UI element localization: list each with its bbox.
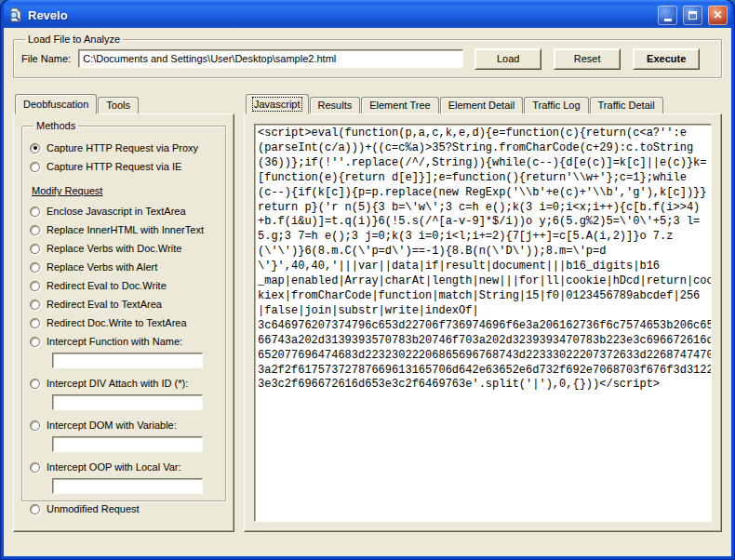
- radio-icon: [30, 504, 40, 514]
- radio-icon: [30, 143, 40, 153]
- load-file-group: Load File to Analyze File Name: Load Res…: [13, 33, 722, 78]
- tab-element-tree[interactable]: Element Tree: [361, 97, 438, 113]
- radio-enclose-javascript-in-textarea[interactable]: Enclose Javascript in TextArea: [30, 202, 225, 220]
- tab-label: Results: [318, 100, 353, 111]
- radio-intercept-div-attach-with-id[interactable]: Intercept DIV Attach with ID (*):: [30, 374, 225, 393]
- left-tabs: DeobfuscationTools: [13, 93, 234, 113]
- modify-request-label: Modify Request: [32, 185, 225, 196]
- right-tab-control: JavascriptResultsElement TreeElement Det…: [244, 93, 722, 532]
- reset-button[interactable]: Reset: [554, 48, 621, 70]
- load-button[interactable]: Load: [474, 48, 541, 70]
- radio-label: Replace InnerHTML with InnerText: [47, 224, 204, 235]
- maximize-icon: [688, 11, 697, 20]
- input-intercept-div-attach-with-id[interactable]: [52, 394, 203, 410]
- javascript-panel: <script>eval(function(p,a,c,k,e,d){e=fun…: [244, 113, 722, 532]
- radio-icon: [30, 281, 40, 291]
- deobfuscation-panel: Methods Capture HTTP Request via ProxyCa…: [13, 113, 234, 532]
- radio-intercept-oop-with-local-var[interactable]: Intercept OOP with Local Var:: [30, 458, 225, 476]
- tab-traffic-detail[interactable]: Traffic Detail: [590, 97, 663, 113]
- tab-label: Traffic Log: [532, 100, 580, 111]
- right-tabs: JavascriptResultsElement TreeElement Det…: [244, 93, 722, 113]
- tab-tools[interactable]: Tools: [98, 97, 139, 113]
- capture-options: Capture HTTP Request via ProxyCapture HT…: [30, 139, 225, 176]
- radio-redirect-eval-to-doc-write[interactable]: Redirect Eval to Doc.Write: [30, 276, 225, 295]
- window-title: Revelo: [28, 8, 652, 22]
- radio-replace-verbs-with-doc-write[interactable]: Replace Verbs with Doc.Write: [30, 239, 225, 258]
- radio-label: Redirect Eval to TextArea: [47, 299, 162, 310]
- radio-replace-innerhtml-with-innertext[interactable]: Replace InnerHTML with InnerText: [30, 220, 225, 239]
- tab-deobfuscation[interactable]: Deobfuscation: [15, 94, 97, 114]
- radio-label: Redirect Doc.Write to TextArea: [47, 317, 187, 328]
- radio-icon: [30, 244, 40, 254]
- tab-element-detail[interactable]: Element Detail: [440, 97, 524, 113]
- radio-capture-http-request-via-ie[interactable]: Capture HTTP Request via IE: [30, 157, 225, 176]
- tab-results[interactable]: Results: [310, 97, 361, 113]
- radio-replace-verbs-with-alert[interactable]: Replace Verbs with Alert: [30, 258, 225, 276]
- app-window: Revelo ✕ Load File to Analyze File Name:…: [0, 0, 735, 560]
- radio-icon: [30, 337, 40, 347]
- radio-label: Capture HTTP Request via Proxy: [47, 142, 198, 153]
- radio-icon: [30, 207, 40, 217]
- radio-label: Intercept DIV Attach with ID (*):: [47, 378, 188, 389]
- input-intercept-dom-with-variable[interactable]: [52, 436, 203, 452]
- radio-redirect-doc-write-to-textarea[interactable]: Redirect Doc.Write to TextArea: [30, 313, 225, 332]
- radio-intercept-function-with-name[interactable]: Intercept Function with Name:: [30, 332, 225, 351]
- minimize-icon: [664, 19, 672, 21]
- input-intercept-oop-with-local-var[interactable]: [52, 478, 203, 494]
- left-tab-control: DeobfuscationTools Methods Capture HTTP …: [13, 93, 234, 532]
- execute-button[interactable]: Execute: [633, 48, 700, 70]
- radio-unmodified-request[interactable]: Unmodified Request: [30, 500, 225, 518]
- radio-icon: [30, 420, 40, 431]
- methods-group: Methods Capture HTTP Request via ProxyCa…: [21, 120, 226, 501]
- tab-label: Deobfuscation: [23, 99, 88, 110]
- radio-label: Unmodified Request: [47, 503, 140, 514]
- radio-label: Redirect Eval to Doc.Write: [47, 280, 167, 291]
- tab-label: Element Detail: [448, 100, 515, 111]
- tab-label: Tools: [106, 100, 130, 111]
- tab-label: Traffic Detail: [598, 100, 655, 111]
- code-container: <script>eval(function(p,a,c,k,e,d){e=fun…: [254, 124, 712, 522]
- radio-icon: [30, 300, 40, 310]
- close-icon: ✕: [713, 9, 722, 20]
- title-bar[interactable]: Revelo ✕: [4, 0, 731, 28]
- close-button[interactable]: ✕: [708, 6, 728, 25]
- app-icon: [7, 7, 23, 23]
- minimize-button[interactable]: [658, 6, 677, 25]
- radio-label: Enclose Javascript in TextArea: [47, 206, 186, 217]
- radio-icon: [30, 162, 40, 172]
- file-name-label: File Name:: [21, 53, 71, 64]
- file-name-input[interactable]: [78, 49, 463, 68]
- radio-label: Replace Verbs with Alert: [47, 261, 157, 273]
- maximize-button[interactable]: [683, 6, 702, 25]
- radio-redirect-eval-to-textarea[interactable]: Redirect Eval to TextArea: [30, 295, 225, 313]
- input-intercept-function-with-name[interactable]: [52, 353, 203, 368]
- javascript-code-textarea[interactable]: <script>eval(function(p,a,c,k,e,d){e=fun…: [254, 124, 712, 522]
- radio-label: Capture HTTP Request via IE: [47, 161, 181, 172]
- load-file-group-label: Load File to Analyze: [25, 33, 123, 45]
- intercept-options: Intercept Function with Name:Intercept D…: [30, 332, 225, 494]
- radio-icon: [30, 379, 40, 389]
- radio-icon: [30, 318, 40, 328]
- tab-label: Javascript: [254, 99, 301, 110]
- radio-capture-http-request-via-proxy[interactable]: Capture HTTP Request via Proxy: [30, 139, 225, 157]
- tab-javascript[interactable]: Javascript: [246, 94, 309, 114]
- radio-icon: [30, 462, 40, 473]
- client-area: Load File to Analyze File Name: Load Res…: [4, 28, 731, 556]
- radio-label: Intercept Function with Name:: [47, 336, 182, 347]
- methods-group-label: Methods: [33, 120, 78, 131]
- unmodified-option: Unmodified Request: [30, 500, 225, 518]
- tab-traffic-log[interactable]: Traffic Log: [524, 97, 588, 113]
- radio-intercept-dom-with-variable[interactable]: Intercept DOM with Variable:: [30, 416, 225, 434]
- radio-icon: [30, 262, 40, 273]
- radio-icon: [30, 225, 40, 235]
- modify-options: Enclose Javascript in TextAreaReplace In…: [30, 202, 225, 332]
- radio-label: Replace Verbs with Doc.Write: [47, 243, 181, 254]
- radio-label: Intercept DOM with Variable:: [47, 420, 177, 431]
- tab-label: Element Tree: [369, 100, 430, 111]
- radio-label: Intercept OOP with Local Var:: [47, 461, 181, 473]
